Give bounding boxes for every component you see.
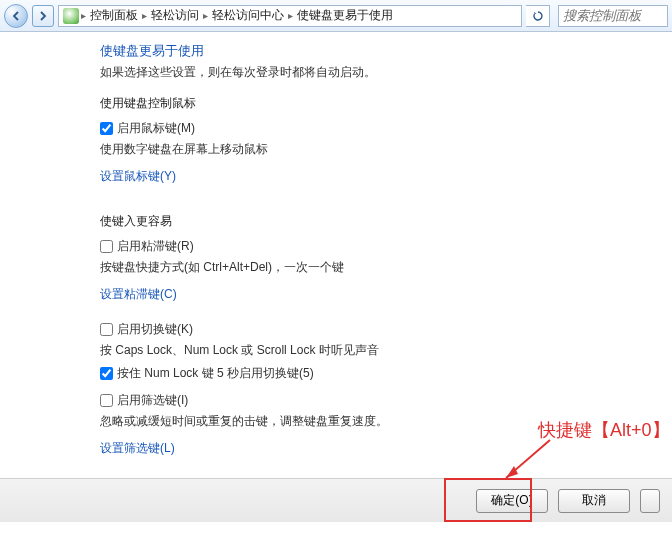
mouse-keys-settings-link[interactable]: 设置鼠标键(Y) xyxy=(100,168,176,185)
section-mouse-heading: 使用键盘控制鼠标 xyxy=(100,95,632,112)
filter-keys-desc: 忽略或减缓短时间或重复的击键，调整键盘重复速度。 xyxy=(100,413,632,430)
button-bar: 确定(O) 取消 xyxy=(0,478,672,522)
refresh-button[interactable] xyxy=(526,5,550,27)
toggle-keys-checkbox[interactable] xyxy=(100,323,113,336)
sticky-keys-label: 启用粘滞键(R) xyxy=(117,238,194,255)
enable-mouse-keys-label: 启用鼠标键(M) xyxy=(117,120,195,137)
sticky-keys-checkbox[interactable] xyxy=(100,240,113,253)
chevron-right-icon: ▸ xyxy=(142,10,147,21)
sticky-keys-settings-link[interactable]: 设置粘滞键(C) xyxy=(100,286,177,303)
chevron-right-icon: ▸ xyxy=(203,10,208,21)
mouse-keys-desc: 使用数字键盘在屏幕上移动鼠标 xyxy=(100,141,632,158)
breadcrumb[interactable]: ▸ 控制面板 ▸ 轻松访问 ▸ 轻松访问中心 ▸ 使键盘更易于使用 xyxy=(58,5,522,27)
chevron-right-icon: ▸ xyxy=(81,10,86,21)
cancel-button[interactable]: 取消 xyxy=(558,489,630,513)
address-toolbar: ▸ 控制面板 ▸ 轻松访问 ▸ 轻松访问中心 ▸ 使键盘更易于使用 xyxy=(0,0,672,32)
filter-keys-settings-link[interactable]: 设置筛选键(L) xyxy=(100,440,175,457)
filter-keys-checkbox[interactable] xyxy=(100,394,113,407)
ok-button[interactable]: 确定(O) xyxy=(476,489,548,513)
chevron-right-icon: ▸ xyxy=(288,10,293,21)
control-panel-icon xyxy=(63,8,79,24)
toggle-keys-label: 启用切换键(K) xyxy=(117,321,193,338)
toggle-hold-label: 按住 Num Lock 键 5 秒启用切换键(5) xyxy=(117,365,314,382)
sticky-keys-desc: 按键盘快捷方式(如 Ctrl+Alt+Del)，一次一个键 xyxy=(100,259,632,276)
search-input[interactable] xyxy=(558,5,668,27)
forward-button[interactable] xyxy=(32,5,54,27)
toggle-keys-desc: 按 Caps Lock、Num Lock 或 Scroll Lock 时听见声音 xyxy=(100,342,632,359)
page-title: 使键盘更易于使用 xyxy=(100,42,632,60)
enable-mouse-keys-checkbox[interactable] xyxy=(100,122,113,135)
main-content: 使键盘更易于使用 如果选择这些设置，则在每次登录时都将自动启动。 使用键盘控制鼠… xyxy=(0,32,672,478)
toggle-hold-checkbox[interactable] xyxy=(100,367,113,380)
crumb-keyboard[interactable]: 使键盘更易于使用 xyxy=(295,7,395,24)
back-button[interactable] xyxy=(4,4,28,28)
crumb-control-panel[interactable]: 控制面板 xyxy=(88,7,140,24)
crumb-ease-center[interactable]: 轻松访问中心 xyxy=(210,7,286,24)
section-typing-heading: 使键入更容易 xyxy=(100,213,632,230)
apply-button-cut[interactable] xyxy=(640,489,660,513)
crumb-ease-access[interactable]: 轻松访问 xyxy=(149,7,201,24)
filter-keys-label: 启用筛选键(I) xyxy=(117,392,188,409)
page-intro: 如果选择这些设置，则在每次登录时都将自动启动。 xyxy=(100,64,632,81)
